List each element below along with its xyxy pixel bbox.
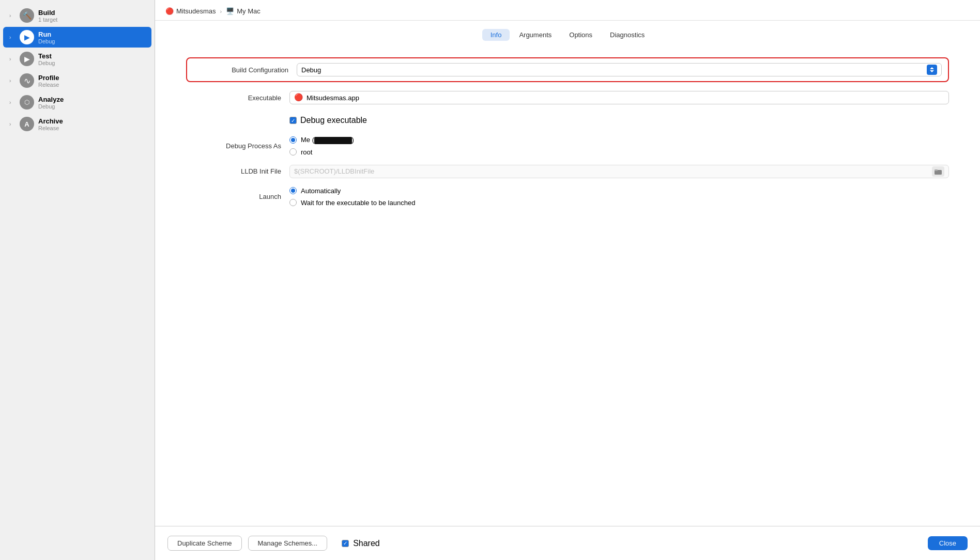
- run-icon: ▶: [20, 30, 34, 44]
- lldb-init-field[interactable]: $(SRCROOT)/LLDBInitFile: [289, 165, 949, 178]
- tab-options[interactable]: Options: [561, 29, 601, 41]
- debug-executable-row: ✓ Debug executable: [186, 113, 949, 128]
- project-name: Mitsudesmas: [176, 7, 216, 15]
- app-icon: 🔴: [294, 93, 303, 102]
- build-configuration-label: Build Configuration: [193, 66, 297, 74]
- breadcrumb: 🔴 Mitsudesmas › 🖥️ My Mac: [155, 0, 980, 21]
- bottom-left-actions: Duplicate Scheme Manage Schemes... ✓ Sha…: [167, 536, 380, 551]
- sidebar-item-label: Build: [38, 9, 57, 17]
- shared-label: Shared: [353, 539, 380, 548]
- sidebar: › 🔨 Build 1 target › ▶ Run Debug › ▶ Tes…: [0, 0, 155, 560]
- executable-row: Executable 🔴 Mitsudesmas.app: [186, 90, 949, 105]
- shared-checkbox[interactable]: ✓: [342, 540, 349, 547]
- debug-process-radio-group: Me ( ) root: [289, 136, 354, 156]
- main-content: 🔴 Mitsudesmas › 🖥️ My Mac Info Arguments…: [155, 0, 980, 560]
- chevron-icon: ›: [9, 78, 16, 84]
- debug-executable-checkbox-row: ✓ Debug executable: [289, 116, 367, 125]
- breadcrumb-project[interactable]: 🔴 Mitsudesmas: [165, 7, 216, 15]
- chevron-icon: ›: [9, 56, 16, 62]
- profile-icon: ∿: [20, 73, 34, 88]
- sidebar-item-label: Test: [38, 52, 55, 60]
- launch-label: Launch: [186, 193, 289, 200]
- debug-executable-label: Debug executable: [300, 116, 367, 125]
- sidebar-item-test[interactable]: › ▶ Test Debug: [3, 49, 151, 69]
- breadcrumb-separator: ›: [220, 8, 222, 14]
- analyze-icon: ⬡: [20, 95, 34, 110]
- sidebar-item-subtitle: 1 target: [38, 17, 57, 23]
- lldb-placeholder: $(SRCROOT)/LLDBInitFile: [294, 167, 374, 175]
- sidebar-item-label: Profile: [38, 74, 59, 82]
- debug-process-label: Debug Process As: [186, 142, 289, 150]
- sidebar-item-profile[interactable]: › ∿ Profile Release: [3, 70, 151, 91]
- sidebar-item-label: Archive: [38, 117, 63, 125]
- radio-wait[interactable]: [289, 199, 297, 206]
- svg-rect-1: [935, 169, 938, 171]
- executable-value: Mitsudesmas.app: [307, 94, 359, 102]
- chevron-icon: ›: [9, 100, 16, 105]
- root-label: root: [301, 148, 312, 156]
- debug-executable-checkbox[interactable]: ✓: [289, 117, 297, 124]
- manage-schemes-button[interactable]: Manage Schemes...: [248, 536, 328, 551]
- build-configuration-select[interactable]: Debug: [297, 63, 942, 76]
- radio-row-automatically: Automatically: [289, 187, 415, 195]
- executable-label: Executable: [186, 94, 289, 102]
- radio-me[interactable]: [289, 136, 297, 144]
- tabs-bar: Info Arguments Options Diagnostics: [155, 21, 980, 47]
- shared-area: ✓ Shared: [342, 539, 380, 548]
- radio-row-wait: Wait for the executable to be launched: [289, 199, 415, 207]
- tab-diagnostics[interactable]: Diagnostics: [602, 29, 653, 41]
- redacted-username: [314, 137, 352, 144]
- form-area: Build Configuration Debug: [155, 47, 980, 526]
- archive-icon: A: [20, 117, 34, 131]
- chevron-icon: ›: [9, 35, 16, 40]
- sidebar-item-subtitle: Debug: [38, 60, 55, 66]
- sidebar-item-archive[interactable]: › A Archive Release: [3, 114, 151, 134]
- automatically-label: Automatically: [301, 187, 341, 195]
- wait-label: Wait for the executable to be launched: [301, 199, 415, 207]
- executable-select[interactable]: 🔴 Mitsudesmas.app: [289, 91, 949, 104]
- sidebar-item-label: Analyze: [38, 96, 64, 103]
- radio-automatically[interactable]: [289, 187, 297, 194]
- build-configuration-section: Build Configuration Debug: [186, 57, 949, 82]
- stepper-icon: [927, 65, 937, 75]
- launch-radio-group: Automatically Wait for the executable to…: [289, 187, 415, 207]
- radio-root[interactable]: [289, 148, 297, 155]
- sidebar-item-analyze[interactable]: › ⬡ Analyze Debug: [3, 92, 151, 113]
- radio-row-root: root: [289, 148, 354, 156]
- executable-control: 🔴 Mitsudesmas.app: [289, 91, 949, 104]
- destination-icon: 🖥️: [226, 7, 234, 15]
- build-icon: 🔨: [20, 8, 34, 23]
- debug-process-row: Debug Process As Me ( ) root: [186, 136, 949, 156]
- sidebar-item-subtitle: Debug: [38, 38, 55, 44]
- launch-row: Launch Automatically Wait for the execut…: [186, 187, 949, 207]
- project-icon: 🔴: [165, 7, 174, 15]
- build-configuration-value: Debug: [301, 66, 321, 74]
- chevron-icon: ›: [9, 13, 16, 19]
- sidebar-item-subtitle: Release: [38, 125, 63, 131]
- sidebar-item-label: Run: [38, 30, 55, 38]
- sidebar-item-subtitle: Debug: [38, 103, 64, 110]
- lldb-init-row: LLDB Init File $(SRCROOT)/LLDBInitFile: [186, 164, 949, 179]
- lldb-init-label: LLDB Init File: [186, 167, 289, 175]
- build-configuration-control: Debug: [297, 63, 942, 76]
- chevron-icon: ›: [9, 121, 16, 127]
- bottom-right-actions: Close: [928, 536, 968, 550]
- me-label: Me ( ): [301, 136, 354, 144]
- breadcrumb-destination[interactable]: 🖥️ My Mac: [226, 7, 261, 15]
- sidebar-item-run[interactable]: › ▶ Run Debug: [3, 27, 151, 48]
- tab-info[interactable]: Info: [482, 29, 510, 41]
- test-icon: ▶: [20, 52, 34, 66]
- sidebar-item-subtitle: Release: [38, 82, 59, 88]
- close-button[interactable]: Close: [928, 536, 968, 550]
- stepper-icon: [939, 94, 944, 102]
- sidebar-item-build[interactable]: › 🔨 Build 1 target: [3, 5, 151, 26]
- folder-button[interactable]: [932, 166, 944, 177]
- destination-name: My Mac: [237, 7, 261, 15]
- duplicate-scheme-button[interactable]: Duplicate Scheme: [167, 536, 242, 551]
- bottom-bar: Duplicate Scheme Manage Schemes... ✓ Sha…: [155, 526, 980, 560]
- tab-arguments[interactable]: Arguments: [511, 29, 560, 41]
- radio-row-me: Me ( ): [289, 136, 354, 144]
